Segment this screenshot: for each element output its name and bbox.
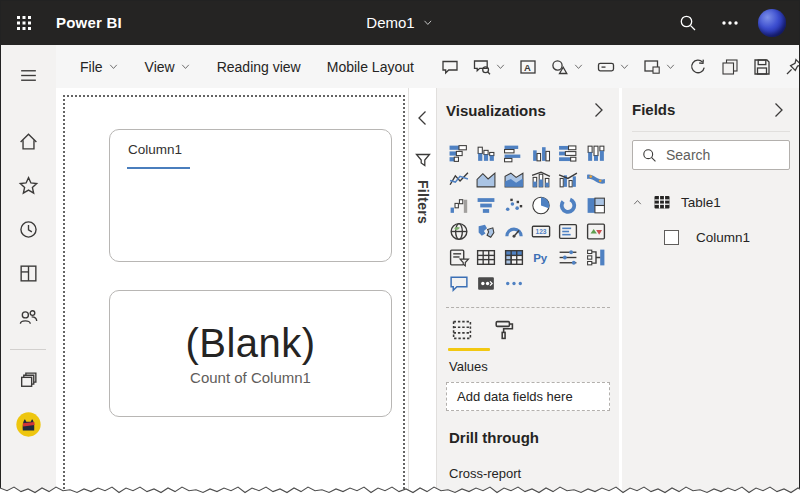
treemap-icon [585, 195, 607, 216]
decomposition-tree-icon [585, 247, 607, 268]
menu-reading-view[interactable]: Reading view [207, 54, 311, 80]
apps-icon [18, 263, 39, 284]
visual-type-get-more-visuals[interactable] [501, 272, 527, 295]
visual-type-hundred-stacked-bar-chart[interactable] [555, 142, 581, 165]
home-icon [18, 131, 39, 152]
values-field-well[interactable]: Add data fields here [446, 382, 610, 411]
visual-type-filled-map[interactable] [473, 220, 499, 243]
table-icon [475, 247, 497, 268]
search-button[interactable] [674, 9, 702, 37]
sidebar-item-hamburger[interactable] [8, 55, 48, 95]
stacked-area-chart-icon [503, 169, 525, 190]
field-checkbox[interactable] [664, 230, 679, 245]
hundred-stacked-bar-chart-icon [557, 143, 579, 164]
visualizations-collapse-button[interactable] [586, 98, 610, 122]
sidebar-item-workspace-avatar[interactable] [8, 404, 48, 444]
menu-view[interactable]: View [135, 54, 201, 80]
visual-type-scatter-chart[interactable] [501, 194, 527, 217]
visual-type-key-influencers[interactable] [555, 246, 581, 269]
sidebar-item-home[interactable] [8, 121, 48, 161]
waffle-menu-icon [14, 13, 34, 33]
shapes-button[interactable] [544, 53, 590, 81]
comment-button[interactable] [434, 53, 466, 81]
clustered-column-chart-icon [530, 143, 552, 164]
visual-type-decomposition-tree[interactable] [583, 246, 609, 269]
visual-type-line-stacked-column-chart[interactable] [528, 168, 554, 191]
format-tab[interactable] [492, 318, 516, 348]
sidebar-item-recent-clock[interactable] [8, 209, 48, 249]
button-control-button[interactable] [590, 53, 636, 81]
sidebar-item-apps[interactable] [8, 253, 48, 293]
visual-type-stacked-area-chart[interactable] [501, 168, 527, 191]
bubble-search-button[interactable] [466, 53, 512, 81]
more-white-icon [720, 13, 740, 33]
visual-layout-button[interactable] [636, 53, 682, 81]
visual-type-hundred-stacked-column-chart[interactable] [583, 142, 609, 165]
visual-type-waterfall-chart[interactable] [446, 194, 472, 217]
refresh-icon [688, 57, 708, 77]
visual-type-table[interactable] [473, 246, 499, 269]
fields-collapse-button[interactable] [766, 98, 790, 122]
sidebar-item-favorites-star[interactable] [8, 165, 48, 205]
visual-type-pie-chart[interactable] [528, 194, 554, 217]
report-page[interactable]: Column1 (Blank) Count of Column1 [63, 95, 405, 500]
visual-type-stacked-column-chart[interactable] [473, 142, 499, 165]
sidebar-item-workspaces[interactable] [8, 360, 48, 400]
slicer-visual[interactable]: Column1 [109, 129, 392, 262]
stacked-column-chart-icon [475, 143, 497, 164]
visual-type-line-chart[interactable] [446, 168, 472, 191]
visual-type-python-visual[interactable]: Py [528, 246, 554, 269]
comment-icon [440, 57, 460, 77]
shared-people-icon [18, 307, 39, 328]
field-format-tabs [450, 318, 610, 348]
visual-type-donut-chart[interactable] [555, 194, 581, 217]
visual-type-clustered-column-chart[interactable] [528, 142, 554, 165]
dataset-dropdown[interactable]: Demo1 [366, 14, 433, 31]
text-box-button[interactable]: A [512, 53, 544, 81]
visual-type-map[interactable] [446, 220, 472, 243]
visual-type-kpi[interactable] [583, 220, 609, 243]
visual-type-funnel-chart[interactable] [473, 194, 499, 217]
visual-type-clustered-bar-chart[interactable] [501, 142, 527, 165]
save-button[interactable] [746, 53, 778, 81]
visual-type-multi-row-card[interactable] [555, 220, 581, 243]
more-options-button[interactable] [716, 9, 744, 37]
search-icon [641, 147, 658, 164]
visual-type-line-clustered-column-chart[interactable] [555, 168, 581, 191]
fields-search-input[interactable] [666, 147, 776, 163]
duplicate-button[interactable] [714, 53, 746, 81]
visualizations-title: Visualizations [446, 102, 546, 119]
fields-tab-active[interactable] [450, 318, 474, 348]
card-visual[interactable]: (Blank) Count of Column1 [109, 290, 392, 417]
menu-file[interactable]: File [70, 54, 129, 80]
nav-sidebar [0, 45, 56, 500]
pin-button[interactable] [778, 53, 800, 81]
filters-expand-button[interactable] [409, 104, 437, 132]
visual-type-slicer[interactable] [446, 246, 472, 269]
paginated-report-icon [475, 273, 497, 294]
visual-type-treemap[interactable] [583, 194, 609, 217]
sidebar-item-shared-people[interactable] [8, 297, 48, 337]
chevron-up-icon [632, 197, 643, 208]
chevron-down-icon [180, 61, 191, 72]
table-row-table1[interactable]: Table1 [632, 192, 790, 212]
visual-type-matrix[interactable] [501, 246, 527, 269]
kpi-icon [585, 221, 607, 242]
chevron-down-icon [665, 61, 676, 72]
visual-type-stacked-bar-chart[interactable] [446, 142, 472, 165]
pin-icon [784, 57, 800, 77]
visual-type-ribbon-chart[interactable] [583, 168, 609, 191]
gauge-icon [503, 221, 525, 242]
card-caption: Count of Column1 [190, 369, 311, 386]
visual-type-paginated-report[interactable] [473, 272, 499, 295]
menu-mobile-layout[interactable]: Mobile Layout [317, 54, 424, 80]
visual-type-area-chart[interactable] [473, 168, 499, 191]
waffle-menu-button[interactable] [0, 0, 48, 45]
visual-type-gauge[interactable] [501, 220, 527, 243]
account-avatar[interactable] [758, 9, 786, 37]
visual-type-qa-visual[interactable] [446, 272, 472, 295]
donut-chart-icon [557, 195, 579, 216]
refresh-button[interactable] [682, 53, 714, 81]
bubble-search-icon [472, 57, 492, 77]
visual-type-card[interactable]: 123 [528, 220, 554, 243]
